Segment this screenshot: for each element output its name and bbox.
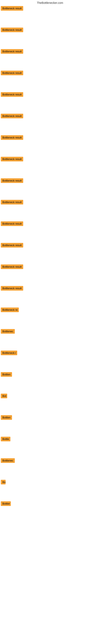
bottleneck-badge: Bottleneck result (1, 49, 23, 54)
list-item[interactable]: Bottleneck result (1, 92, 23, 98)
bottleneck-row: Bottlen (0, 372, 100, 381)
bottleneck-row: Bot (0, 394, 100, 403)
bottleneck-row: Bottlen (0, 415, 100, 424)
list-item[interactable]: Bottleneck result (1, 28, 23, 33)
bottleneck-badge: Bottle (1, 437, 10, 441)
list-item[interactable]: Bo (1, 480, 6, 485)
bottleneck-row: Bo (0, 480, 100, 489)
bottleneck-badge: Bottleneck r (1, 350, 17, 355)
list-item[interactable]: Bottler (1, 501, 11, 507)
bottleneck-row: Bottleneck result (0, 178, 100, 187)
bottleneck-row: Bottleneck result (0, 92, 100, 101)
bottleneck-badge: Bottleneck result (1, 28, 23, 32)
list-item[interactable]: Bottleneck result (1, 286, 23, 292)
list-item[interactable]: Bottlenec (1, 458, 15, 464)
bottleneck-badge: Bottlen (1, 415, 12, 420)
list-item[interactable]: Bottleneck result (1, 222, 23, 227)
bottleneck-badge: Bottleneck result (1, 157, 23, 162)
list-item[interactable]: Bottleneck result (1, 49, 23, 54)
bottleneck-row: Bottleneck result (0, 243, 100, 252)
bottleneck-badge: Bottlen (1, 372, 12, 377)
bottleneck-badge: Bottleneck re (1, 308, 19, 312)
bottleneck-row: Bottleneck result (0, 286, 100, 295)
bottleneck-badge: Bottleneck result (1, 264, 23, 269)
bottleneck-row: Bottleneck re (0, 308, 100, 316)
list-item[interactable]: Bottleneck result (1, 264, 23, 270)
list-item[interactable]: Bottleneck r (1, 350, 17, 356)
bottleneck-row: Bottleneck result (0, 6, 100, 15)
bottleneck-row: Bottleneck result (0, 157, 100, 166)
bottleneck-badge: Bottleneck result (1, 178, 23, 183)
bottleneck-row: Bottleneck result (0, 28, 100, 37)
bottleneck-row: Bottle (0, 437, 100, 446)
bottleneck-badge: Bot (1, 394, 7, 398)
bottleneck-badge: Bottleneck result (1, 92, 23, 97)
bottleneck-badge: Bottler (1, 501, 11, 506)
bottleneck-badge: Bo (1, 480, 6, 484)
bottleneck-badge: Bottlenec (1, 458, 15, 463)
bottleneck-badge: Bottleneck result (1, 135, 23, 140)
list-item[interactable]: Bottleneck result (1, 71, 23, 76)
site-title: TheBottlenecker.com (0, 0, 100, 5)
bottleneck-row: Bottleneck result (0, 222, 100, 230)
bottleneck-row: Bottleneck r (0, 350, 100, 360)
list-item[interactable]: Bottleneck result (1, 200, 23, 205)
bottleneck-row: Bottleneck result (0, 135, 100, 144)
list-item[interactable]: Bottlen (1, 415, 12, 420)
list-item[interactable]: Bottleneck result (1, 178, 23, 184)
list-item[interactable]: Bottlen (1, 372, 12, 378)
list-item[interactable]: Bottleneck result (1, 114, 23, 119)
list-item[interactable]: Bottleneck result (1, 135, 23, 141)
bottleneck-row: Bottleneck result (0, 264, 100, 274)
bottleneck-row: Bottleneck result (0, 200, 100, 209)
bottleneck-row: Bottlenec (0, 458, 100, 467)
bottleneck-badge: Bottleneck result (1, 6, 23, 11)
bottleneck-row: Bottleneck result (0, 114, 100, 123)
list-item[interactable]: Bottlenec (1, 329, 15, 334)
bottleneck-badge: Bottleneck result (1, 114, 23, 118)
bottleneck-badge: Bottleneck result (1, 243, 23, 248)
bottleneck-row: Bottlenec (0, 329, 100, 338)
bottleneck-row: Bottleneck result (0, 71, 100, 80)
bottleneck-badge: Bottleneck result (1, 71, 23, 75)
bottleneck-row: Bottleneck result (0, 49, 100, 58)
list-item[interactable]: Bottleneck result (1, 157, 23, 162)
list-item[interactable]: Bottle (1, 437, 10, 442)
bottleneck-badge: Bottleneck result (1, 286, 23, 290)
bottleneck-badge: Bottleneck result (1, 222, 23, 226)
list-item[interactable]: Bottleneck re (1, 308, 19, 313)
bottleneck-row: Bottler (0, 501, 100, 510)
list-item[interactable]: Bottleneck result (1, 243, 23, 248)
bottleneck-badge: Bottleneck result (1, 200, 23, 204)
bottleneck-badge: Bottlenec (1, 329, 15, 334)
list-item[interactable]: Bottleneck result (1, 6, 23, 12)
list-item[interactable]: Bot (1, 394, 7, 399)
